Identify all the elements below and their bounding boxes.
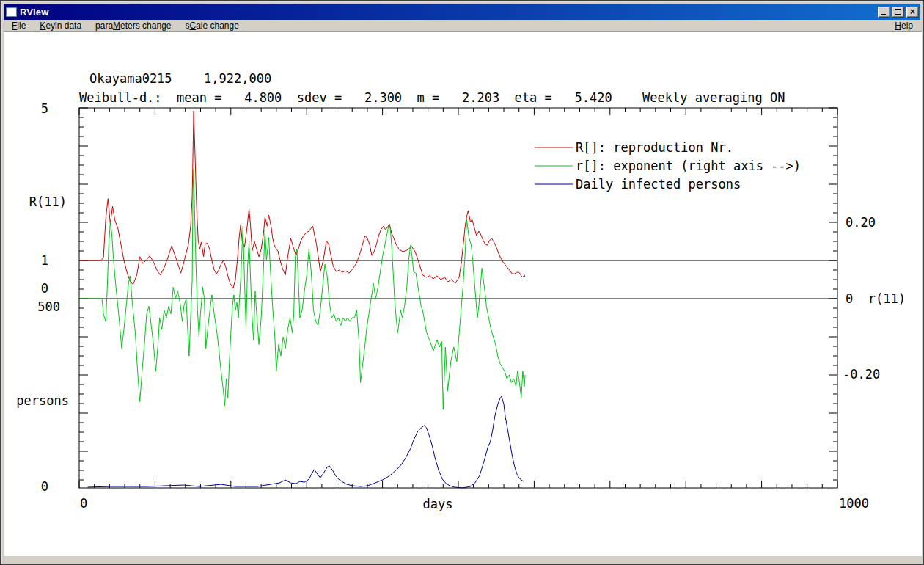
population-value: 1,922,000 [204,71,271,86]
menu-bar: File Keyin data paraMeters change sCale … [4,20,920,31]
legend-label-exponent: r[]: exponent (right axis -->) [576,158,801,173]
series-infected-line [87,396,524,488]
reference-lines [79,260,837,299]
menu-item-scale-change[interactable]: sCale change [181,21,243,31]
window-title: RView [20,7,876,18]
x-axis-title: days [423,497,453,511]
left-axis-persons-max: 500 [37,299,60,314]
data-series [79,111,525,488]
dataset-name: Okayama0215 [89,71,172,86]
minimize-button[interactable] [878,7,890,18]
close-icon: × [910,7,915,16]
distribution-params: Weibull-d.: mean = 4.800 sdev = 2.300 m … [79,90,612,105]
right-axis-zero: 0 r(11) [846,291,906,306]
right-axis-max: 0.20 [846,215,876,230]
legend: R[]: reproduction Nr. r[]: exponent (rig… [535,140,801,192]
left-axis-persons-0: 0 [41,479,48,494]
menu-item-keyin-data[interactable]: Keyin data [35,21,86,31]
menu-item-help[interactable]: Help [890,21,917,31]
app-icon [6,7,17,17]
left-axis-R-1: 1 [41,253,48,268]
app-window: RView × File Keyin data paraMeters chang… [0,0,924,565]
weekly-averaging-status: Weekly averaging ON [642,90,785,105]
series-reproduction-line [79,111,525,288]
maximize-icon [895,9,901,15]
legend-label-reproduction: R[]: reproduction Nr. [576,140,733,155]
chart-canvas: Okayama0215 1,922,000 Weibull-d.: mean =… [4,31,922,556]
title-bar[interactable]: RView × [4,4,920,20]
right-axis-min: -0.20 [843,367,880,382]
menu-item-file[interactable]: File [7,21,30,31]
left-axis-R-0: 0 [41,281,48,296]
minimize-icon [881,14,886,15]
x-axis-max: 1000 [839,496,869,511]
left-axis-R-title: R(11) [29,194,67,209]
maximize-button[interactable] [892,7,904,18]
menu-item-parameters-change[interactable]: paraMeters change [91,21,175,31]
legend-label-infected: Daily infected persons [576,177,741,192]
left-axis-R-max: 5 [41,101,48,116]
series-exponent-line [79,169,525,409]
chart: Okayama0215 1,922,000 Weibull-d.: mean =… [4,32,922,557]
x-axis-min: 0 [80,496,87,511]
left-axis-persons-title: persons [16,393,69,408]
close-button[interactable]: × [906,7,919,18]
